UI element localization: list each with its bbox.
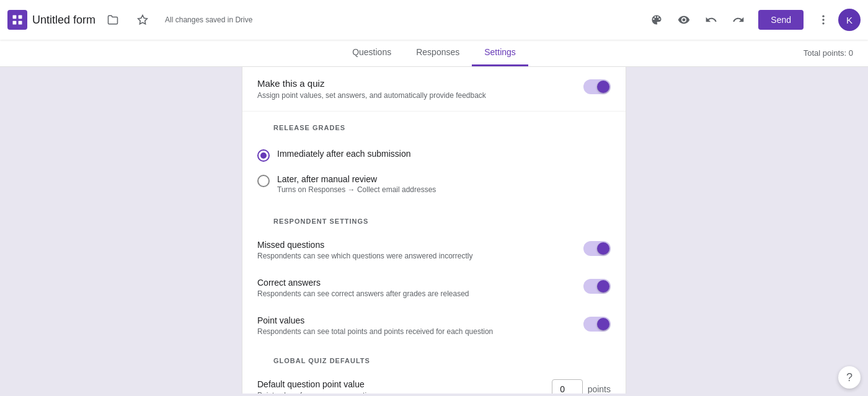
radio-immediately[interactable]: Immediately after each submission xyxy=(257,143,611,168)
make-quiz-row: Make this a quiz Assign point values, se… xyxy=(242,67,626,112)
redo-icon[interactable] xyxy=(726,7,751,32)
radio-later-circle xyxy=(257,175,270,187)
more-options-icon[interactable] xyxy=(811,7,836,32)
default-point-title: Default question point value xyxy=(257,379,374,389)
radio-later-labels: Later, after manual review Turns on Resp… xyxy=(277,174,436,194)
correct-answers-toggle[interactable] xyxy=(583,279,611,294)
point-values-subtitle: Respondents can see total points and poi… xyxy=(257,327,493,336)
default-point-value-row: Default question point value Point value… xyxy=(242,371,626,394)
point-values-toggle[interactable] xyxy=(583,317,611,332)
missed-questions-toggle-wrap[interactable] xyxy=(583,241,611,256)
avatar[interactable]: K xyxy=(838,9,861,31)
make-quiz-toggle-wrap[interactable] xyxy=(583,79,611,94)
topbar-icons: Send K xyxy=(644,7,861,32)
correct-answers-subtitle: Respondents can see correct answers afte… xyxy=(257,289,469,298)
radio-immediately-label: Immediately after each submission xyxy=(277,149,411,159)
radio-later-label: Later, after manual review xyxy=(277,174,436,184)
content-area: Make this a quiz Assign point values, se… xyxy=(0,67,868,394)
missed-questions-toggle[interactable] xyxy=(583,241,611,256)
undo-icon[interactable] xyxy=(699,7,724,32)
svg-rect-2 xyxy=(13,21,17,25)
missed-questions-subtitle: Respondents can see which questions were… xyxy=(257,252,473,260)
form-title: Untitled form xyxy=(32,14,95,27)
respondent-header: RESPONDENT SETTINGS xyxy=(242,205,626,231)
correct-answers-title: Correct answers xyxy=(257,278,469,288)
topbar-left: Untitled form All changes saved in Drive xyxy=(7,7,644,32)
radio-immediately-labels: Immediately after each submission xyxy=(277,149,411,159)
tab-settings[interactable]: Settings xyxy=(472,40,528,66)
point-input[interactable] xyxy=(552,379,583,394)
point-values-toggle-wrap[interactable] xyxy=(583,317,611,332)
point-values-title: Point values xyxy=(257,315,493,325)
default-point-text: Default question point value Point value… xyxy=(257,379,374,394)
release-grades-options: Immediately after each submission Later,… xyxy=(242,138,626,205)
correct-answers-toggle-wrap[interactable] xyxy=(583,279,611,294)
point-input-group: points xyxy=(552,379,611,394)
make-quiz-title: Make this a quiz xyxy=(257,78,486,89)
radio-later[interactable]: Later, after manual review Turns on Resp… xyxy=(257,168,611,200)
tab-questions[interactable]: Questions xyxy=(340,40,404,66)
correct-answers-slider xyxy=(583,279,611,294)
missed-questions-row: Missed questions Respondents can see whi… xyxy=(242,231,626,269)
svg-marker-4 xyxy=(138,15,148,24)
global-defaults-header: GLOBAL QUIZ DEFAULTS xyxy=(242,345,626,371)
release-grades-header: RELEASE GRADES xyxy=(242,112,626,138)
default-point-subtitle: Point values for every new question xyxy=(257,391,374,394)
radio-immediately-circle xyxy=(257,149,270,162)
tabs-inner: Questions Responses Settings xyxy=(340,40,528,66)
point-unit-label: points xyxy=(588,384,611,394)
app-icon[interactable] xyxy=(7,10,27,30)
point-values-row: Point values Respondents can see total p… xyxy=(242,307,626,345)
send-button[interactable]: Send xyxy=(758,10,804,30)
tab-responses[interactable]: Responses xyxy=(404,40,472,66)
preview-icon[interactable] xyxy=(671,7,696,32)
missed-questions-text: Missed questions Respondents can see whi… xyxy=(257,240,473,260)
folder-icon[interactable] xyxy=(100,7,125,32)
topbar: Untitled form All changes saved in Drive xyxy=(0,0,868,40)
make-quiz-subtitle: Assign point values, set answers, and au… xyxy=(257,91,486,100)
svg-point-7 xyxy=(822,22,824,24)
make-quiz-toggle[interactable] xyxy=(583,79,611,94)
missed-questions-title: Missed questions xyxy=(257,240,473,250)
make-quiz-text: Make this a quiz Assign point values, se… xyxy=(257,78,486,100)
star-icon[interactable] xyxy=(130,7,155,32)
svg-point-6 xyxy=(822,19,824,20)
svg-rect-1 xyxy=(19,15,22,19)
missed-questions-slider xyxy=(583,241,611,256)
correct-answers-row: Correct answers Respondents can see corr… xyxy=(242,269,626,307)
tabs-bar: Questions Responses Settings Total point… xyxy=(0,40,868,67)
palette-icon[interactable] xyxy=(644,7,669,32)
total-points: Total points: 0 xyxy=(804,48,853,58)
svg-rect-0 xyxy=(13,15,17,19)
save-status: All changes saved in Drive xyxy=(165,15,252,24)
radio-later-sublabel: Turns on Responses → Collect email addre… xyxy=(277,185,436,194)
make-quiz-slider xyxy=(583,79,611,94)
help-button[interactable]: ? xyxy=(838,366,861,389)
settings-panel: Make this a quiz Assign point values, se… xyxy=(242,67,626,394)
correct-answers-text: Correct answers Respondents can see corr… xyxy=(257,278,469,298)
svg-rect-3 xyxy=(19,21,22,25)
point-values-slider xyxy=(583,317,611,332)
point-values-text: Point values Respondents can see total p… xyxy=(257,315,493,336)
svg-point-5 xyxy=(822,15,824,17)
